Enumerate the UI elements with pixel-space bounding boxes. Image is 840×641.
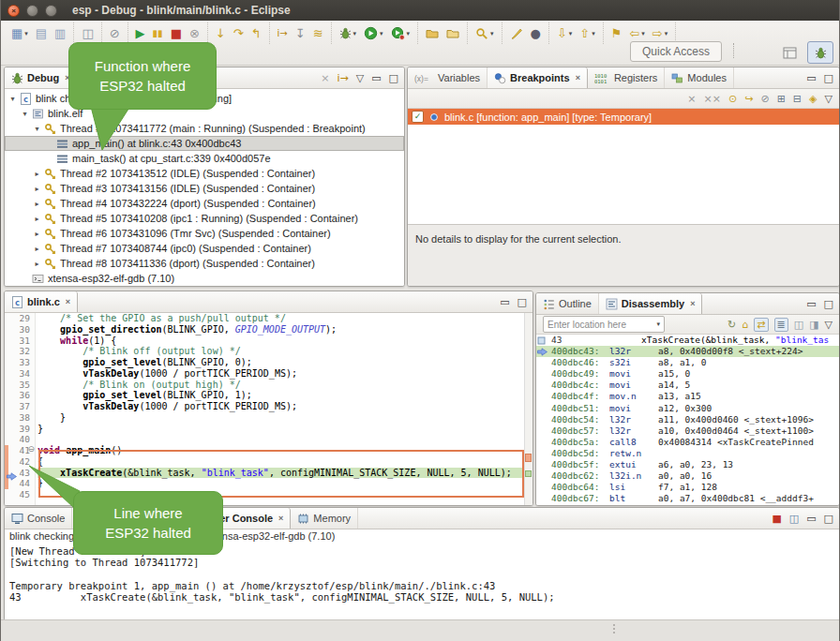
window-maximize-button[interactable]	[45, 5, 57, 17]
resume[interactable]: ▶	[132, 22, 149, 44]
debug-tree-item[interactable]: ▸Thread #2 1073413512 (IDLE) (Suspended …	[5, 166, 404, 181]
disassembly-row[interactable]: 400dbc43:l32ra8, 0x400d00f8 <_stext+224>	[536, 346, 839, 357]
tab-debug[interactable]: Debug×	[5, 67, 78, 88]
breakpoint-checkbox[interactable]: ✓	[412, 111, 424, 123]
debug-thread-tree[interactable]: ▾cblink checking [GDB Hardware Debugging…	[5, 89, 404, 286]
open-project[interactable]	[442, 22, 463, 44]
maximize-icon[interactable]: □	[518, 297, 527, 307]
fold-collapse-icon[interactable]: ⊖	[27, 444, 35, 454]
new-wizard[interactable]: ▦▾	[8, 22, 32, 44]
maximize-icon[interactable]: □	[824, 299, 833, 309]
disassembly-row[interactable]: 400dbc5a:call80x40084314 <xTaskCreatePin…	[536, 437, 839, 448]
run-history[interactable]: ▾	[360, 22, 387, 44]
disassembly-row[interactable]: 400dbc4c:movia14, 5	[536, 380, 839, 391]
save[interactable]: ▤	[32, 22, 51, 44]
close-tab-icon[interactable]: ×	[690, 299, 695, 308]
tab-disassembly[interactable]: Disassembly×	[599, 293, 703, 314]
disassembly-row[interactable]: 400dbc67:blta0, a7, 0x400dbc81 <__adddf3…	[536, 493, 839, 504]
disassembly-row[interactable]: 400dbc4f:mov.na13, a15	[536, 391, 839, 402]
pin-view-icon[interactable]: ◨	[809, 320, 818, 330]
expand-all-icon[interactable]: ⊞	[777, 94, 786, 104]
display-selected-console-icon[interactable]: ◫	[789, 514, 799, 524]
drop-to-frame[interactable]: ↧	[292, 22, 309, 44]
terminate[interactable]: ■	[167, 22, 186, 44]
mark-occurrences[interactable]	[506, 22, 527, 44]
minimize-icon[interactable]: ▭	[500, 297, 509, 307]
view-menu-icon[interactable]: ▽	[356, 73, 364, 83]
sync-with-active-debug-context-icon[interactable]: ⇄	[754, 318, 768, 332]
print[interactable]: ◫	[78, 22, 97, 44]
go-home-icon[interactable]: ⌂	[742, 320, 748, 330]
external-tools[interactable]: ▾	[387, 22, 414, 44]
expand-arrow-icon[interactable]: ▸	[32, 200, 42, 208]
statusbar-drag-handle[interactable]	[613, 624, 615, 634]
debug-tree-item[interactable]: ▸Thread #4 1073432224 (dport) (Suspended…	[5, 196, 404, 211]
maximize-icon[interactable]: □	[824, 73, 833, 83]
instruction-stepping-toggle[interactable]: i→	[274, 22, 292, 44]
expand-arrow-icon[interactable]: ▸	[32, 245, 42, 253]
window-minimize-button[interactable]	[26, 5, 38, 17]
disassembly-row[interactable]: 400dbc5f:extuia6, a0, 23, 13	[536, 459, 839, 470]
minimize-icon[interactable]: ▭	[806, 514, 816, 524]
disassembly-row[interactable]: 400dbc57:l32ra10, 0x400d0464 <_stext+110…	[536, 425, 839, 437]
show-breakpoints-supported-icon[interactable]: ⊙	[728, 94, 737, 104]
overview-mark-current-line[interactable]	[525, 470, 532, 477]
step-into[interactable]: ↓	[212, 22, 230, 44]
tab-breakpoints[interactable]: Breakpoints×	[488, 67, 588, 88]
location-combo[interactable]: Enter location here ▾	[543, 316, 665, 333]
show-source-icon[interactable]: ≣	[774, 318, 788, 332]
save-all[interactable]: ▥	[51, 22, 69, 44]
debug-tree-item[interactable]: ▸Thread #5 1073410208 (ipc1 : Running) (…	[5, 211, 404, 226]
debug-tree-item[interactable]: ▸Thread #7 1073408744 (ipc0) (Suspended …	[5, 241, 404, 256]
tab-memory[interactable]: Memory	[291, 508, 358, 529]
open-web-browser[interactable]: ●	[527, 22, 545, 44]
view-menu-icon[interactable]: ▽	[825, 320, 832, 330]
disassembly-row[interactable]: 400dbc51:movia12, 0x300	[536, 403, 839, 414]
minimize-icon[interactable]: ▭	[806, 73, 816, 83]
debug-tree-item[interactable]: xtensa-esp32-elf-gdb (7.10)	[5, 271, 404, 286]
collapse-all-icon[interactable]: ⊟	[793, 94, 802, 104]
terminate-console-icon[interactable]: ■	[772, 514, 781, 524]
maximize-icon[interactable]: □	[824, 514, 833, 524]
tab-outline[interactable]: Outline	[536, 293, 599, 314]
step-over[interactable]: ↷	[230, 22, 248, 44]
link-with-debug-view-icon[interactable]: ◈	[809, 94, 817, 104]
instruction-stepping-mode-icon[interactable]: i→	[337, 73, 348, 83]
next-annotation[interactable]: ⇩▾	[553, 22, 576, 44]
disassembly-row[interactable]: 400dbc54:l32ra11, 0x400d0460 <_stext+109…	[536, 414, 839, 425]
view-menu-icon[interactable]: ▽	[825, 94, 832, 104]
search[interactable]: ▾	[472, 22, 498, 44]
debug-tree-item[interactable]: main_task() at cpu_start.c:339 0x400d057…	[5, 151, 404, 166]
debug-tree-item[interactable]: ▾Thread #1 1073411772 (main : Running) (…	[5, 121, 404, 136]
disassembly-row[interactable]: 400dbc64:lsif7, a1, 128	[536, 482, 839, 493]
quick-access-button[interactable]: Quick Access	[630, 41, 722, 62]
debug-tree-item[interactable]: ▸Thread #3 1073413156 (IDLE) (Suspended …	[5, 181, 404, 196]
window-close-button[interactable]: ×	[8, 5, 20, 17]
suspend[interactable]: ▮▮	[149, 22, 167, 44]
open-new-view-icon[interactable]: ◫	[794, 320, 803, 330]
overview-mark-range[interactable]	[525, 454, 532, 462]
code-area[interactable]: /* Set the GPIO as a push/pull output */…	[36, 313, 532, 505]
use-step-filters[interactable]: ≋	[309, 22, 327, 44]
collapse-arrow-icon[interactable]: ▾	[32, 125, 42, 133]
expand-arrow-icon[interactable]: ▸	[32, 170, 42, 178]
collapse-arrow-icon[interactable]: ▾	[8, 95, 18, 103]
breakpoint-item[interactable]: ✓blink.c [function: app_main] [type: Tem…	[408, 109, 839, 125]
remove-all-terminated-icon[interactable]: ×	[321, 73, 329, 83]
close-tab-icon[interactable]: ×	[66, 297, 70, 306]
disassembly-row[interactable]: 400dbc46:s32ia8, a1, 0	[536, 357, 839, 368]
refresh-view-icon[interactable]: ↻	[728, 320, 736, 330]
expand-arrow-icon[interactable]: ▸	[32, 215, 42, 223]
disassembly-row[interactable]: 400dbc6a:bnonea0, a1, 0x400dbc8b <__addd…	[536, 504, 839, 505]
close-tab-icon[interactable]: ×	[278, 514, 283, 523]
breakpoints-list[interactable]: ✓blink.c [function: app_main] [type: Tem…	[408, 109, 839, 224]
new-c-project[interactable]	[422, 22, 442, 44]
debug-tree-item[interactable]: ▸Thread #6 1073431096 (Tmr Svc) (Suspend…	[5, 226, 404, 241]
remove-selected-breakpoints-icon[interactable]: ×	[687, 94, 696, 104]
disconnect[interactable]: ⊗	[186, 22, 203, 44]
previous-annotation[interactable]: ⇧▾	[576, 22, 598, 44]
collapse-arrow-icon[interactable]: ▾	[20, 110, 30, 118]
debug-tree-item[interactable]: ▸Thread #8 1073411336 (dport) (Suspended…	[5, 256, 404, 271]
debug-tree-item[interactable]: app_main() at blink.c:43 0x400dbc43	[5, 136, 404, 151]
disassembly-row[interactable]: 400dbc5d:retw.n	[536, 448, 839, 459]
